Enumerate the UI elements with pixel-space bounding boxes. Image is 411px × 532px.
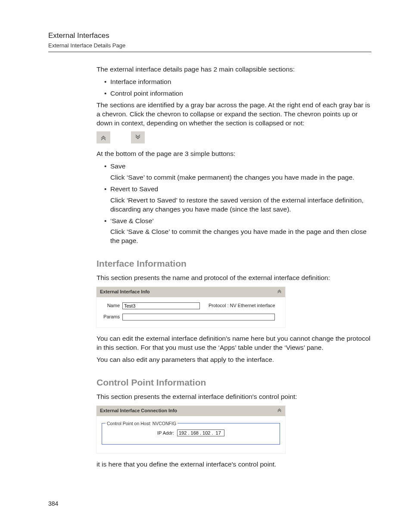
sections-para: The sections are identified by a gray ba… xyxy=(97,101,371,128)
params-label: Params xyxy=(101,314,122,320)
sec1-after2: You can also edit any parameters that ap… xyxy=(97,355,371,364)
sec1-lead: This section presents the name and proto… xyxy=(97,274,371,283)
button-desc: Click ‘Revert to Saved’ to restore the s… xyxy=(110,196,371,214)
panel-title: External Interface Connection Info xyxy=(100,408,177,414)
intro-para: The external interface details page has … xyxy=(97,65,371,74)
section-heading-interface-info: Interface Information xyxy=(97,258,371,270)
sec1-after1: You can edit the external interface defi… xyxy=(97,334,371,352)
name-input[interactable] xyxy=(122,302,200,309)
connection-info-panel: External Interface Connection Info Contr… xyxy=(97,406,285,453)
collapse-chevron-icon[interactable] xyxy=(277,408,282,414)
page-number: 384 xyxy=(48,500,58,508)
panel-title-bar: External Interface Connection Info xyxy=(97,406,285,416)
chevron-down-icon xyxy=(131,131,145,143)
sec2-lead: This section presents the external inter… xyxy=(97,392,371,401)
collapse-chevron-icon[interactable] xyxy=(277,289,282,295)
header-rule xyxy=(48,52,371,52)
list-item: Interface information xyxy=(104,78,371,87)
button-name: ‘Save & Close’ xyxy=(110,217,154,224)
protocol-value: NV Ethernet interface xyxy=(230,303,275,308)
panel-title: External Interface Info xyxy=(100,289,150,295)
control-point-fieldset: Control Point on Host: NVCONFIG IP Addr: xyxy=(102,423,280,445)
interface-info-panel: External Interface Info Name Protocol : … xyxy=(97,287,285,327)
ip-label: IP Addr: xyxy=(157,430,174,436)
ip-input[interactable] xyxy=(177,429,224,436)
fieldset-legend: Control Point on Host: NVCONFIG xyxy=(106,420,177,426)
header-subtitle: External Interface Details Page xyxy=(48,42,371,50)
params-input[interactable] xyxy=(122,314,275,320)
section-heading-control-point: Control Point Information xyxy=(97,376,371,389)
list-item: Control point information xyxy=(104,89,371,98)
list-item: Save Click ‘Save’ to commit (make perman… xyxy=(104,162,371,182)
button-name: Save xyxy=(110,162,125,170)
body-content: The external interface details page has … xyxy=(97,65,371,469)
sec2-after: it is here that you define the external … xyxy=(97,460,371,469)
chevron-examples xyxy=(97,131,371,143)
button-name: Revert to Saved xyxy=(110,185,158,193)
button-desc: Click ‘Save’ to commit (make permanent) … xyxy=(110,173,371,182)
name-label: Name xyxy=(101,302,122,309)
intro-bullets: Interface information Control point info… xyxy=(104,78,371,98)
list-item: ‘Save & Close’ Click ‘Save & Close’ to c… xyxy=(104,217,371,246)
protocol-label: Protocol : NV Ethernet interface xyxy=(209,302,275,309)
panel-title-bar: External Interface Info xyxy=(97,287,285,297)
header-title: External Interfaces xyxy=(48,31,371,41)
page-header: External Interfaces External Interface D… xyxy=(48,31,371,49)
bottom-intro: At the bottom of the page are 3 simple b… xyxy=(97,149,371,159)
button-desc: Click ‘Save & Close’ to commit the chang… xyxy=(110,227,371,246)
buttons-list: Save Click ‘Save’ to commit (make perman… xyxy=(104,162,371,246)
chevron-up-icon xyxy=(97,131,110,143)
list-item: Revert to Saved Click ‘Revert to Saved’ … xyxy=(104,185,371,214)
